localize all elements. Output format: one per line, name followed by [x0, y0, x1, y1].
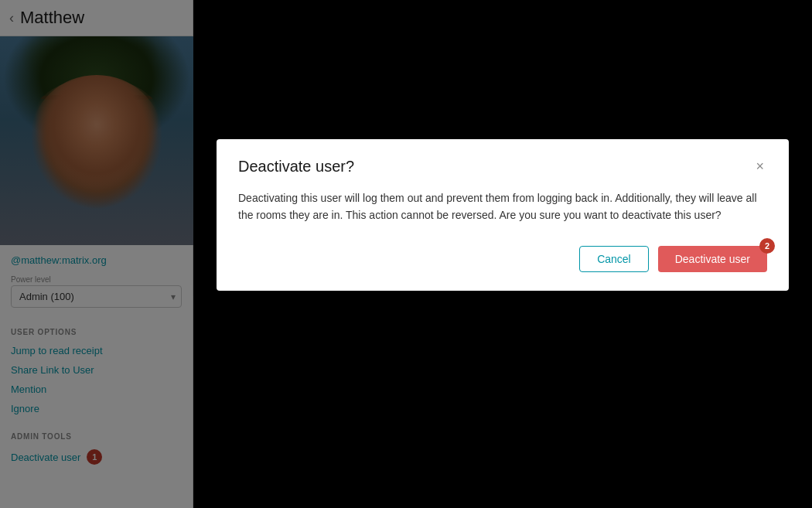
cancel-button[interactable]: Cancel [579, 246, 649, 272]
deactivate-modal: Deactivate user? × Deactivating this use… [217, 139, 789, 291]
badge-2: 2 [759, 238, 775, 254]
deactivate-user-button[interactable]: Deactivate user [658, 246, 767, 272]
modal-body-text: Deactivating this user will log them out… [238, 189, 767, 224]
modal-close-button[interactable]: × [752, 158, 767, 175]
modal-header: Deactivate user? × [238, 158, 767, 176]
modal-footer: Cancel Deactivate user 2 [238, 246, 767, 272]
deactivate-button-wrapper: Deactivate user 2 [658, 246, 767, 272]
modal-title: Deactivate user? [238, 158, 354, 176]
